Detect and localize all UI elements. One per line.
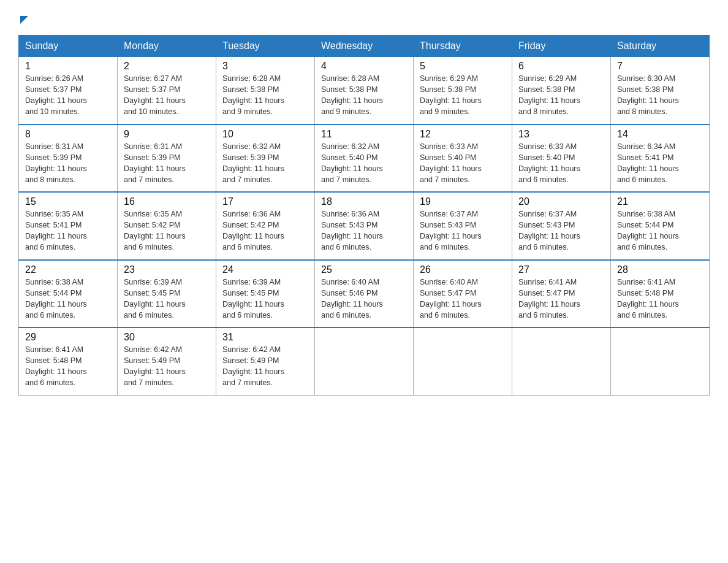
day-info: Sunrise: 6:28 AMSunset: 5:38 PMDaylight:… [321,73,407,118]
day-info: Sunrise: 6:28 AMSunset: 5:38 PMDaylight:… [222,73,308,118]
day-info: Sunrise: 6:41 AMSunset: 5:47 PMDaylight:… [518,277,604,321]
day-number: 2 [124,61,210,72]
day-number: 23 [124,264,210,275]
day-number: 3 [222,61,308,72]
day-info: Sunrise: 6:40 AMSunset: 5:47 PMDaylight:… [420,277,506,321]
day-info: Sunrise: 6:27 AMSunset: 5:37 PMDaylight:… [124,73,210,118]
calendar-day-cell: 31Sunrise: 6:42 AMSunset: 5:49 PMDayligh… [216,327,315,395]
calendar-day-cell: 18Sunrise: 6:36 AMSunset: 5:43 PMDayligh… [315,192,414,260]
day-info: Sunrise: 6:38 AMSunset: 5:44 PMDaylight:… [25,277,111,321]
day-number: 24 [222,264,308,275]
day-info: Sunrise: 6:32 AMSunset: 5:40 PMDaylight:… [321,141,407,186]
day-info: Sunrise: 6:37 AMSunset: 5:43 PMDaylight:… [420,209,506,253]
day-info: Sunrise: 6:35 AMSunset: 5:42 PMDaylight:… [124,209,210,253]
calendar-day-cell: 8Sunrise: 6:31 AMSunset: 5:39 PMDaylight… [19,124,118,193]
col-header-tuesday: Tuesday [216,36,315,57]
calendar-week-row: 1Sunrise: 6:26 AMSunset: 5:37 PMDaylight… [19,57,710,124]
col-header-sunday: Sunday [19,36,118,57]
day-number: 10 [222,129,308,140]
calendar-week-row: 29Sunrise: 6:41 AMSunset: 5:48 PMDayligh… [19,327,710,395]
day-number: 31 [222,332,308,343]
calendar-day-cell: 26Sunrise: 6:40 AMSunset: 5:47 PMDayligh… [414,260,512,328]
calendar-table: SundayMondayTuesdayWednesdayThursdayFrid… [18,35,710,396]
day-number: 29 [25,332,111,343]
calendar-day-cell: 16Sunrise: 6:35 AMSunset: 5:42 PMDayligh… [118,192,216,260]
day-number: 9 [124,129,210,140]
day-number: 14 [617,129,703,140]
day-number: 25 [321,264,407,275]
day-number: 16 [124,196,210,207]
day-number: 22 [25,264,111,275]
day-number: 4 [321,61,407,72]
calendar-day-cell [414,327,512,395]
calendar-day-cell: 1Sunrise: 6:26 AMSunset: 5:37 PMDaylight… [19,57,118,124]
calendar-day-cell: 21Sunrise: 6:38 AMSunset: 5:44 PMDayligh… [611,192,710,260]
col-header-monday: Monday [118,36,216,57]
day-info: Sunrise: 6:36 AMSunset: 5:42 PMDaylight:… [222,209,308,253]
calendar-day-cell: 28Sunrise: 6:41 AMSunset: 5:48 PMDayligh… [611,260,710,328]
calendar-day-cell: 13Sunrise: 6:33 AMSunset: 5:40 PMDayligh… [512,124,611,193]
calendar-day-cell: 29Sunrise: 6:41 AMSunset: 5:48 PMDayligh… [19,327,118,395]
day-info: Sunrise: 6:34 AMSunset: 5:41 PMDaylight:… [617,141,703,186]
calendar-day-cell: 19Sunrise: 6:37 AMSunset: 5:43 PMDayligh… [414,192,512,260]
day-number: 12 [420,129,506,140]
day-number: 1 [25,61,111,72]
day-info: Sunrise: 6:35 AMSunset: 5:41 PMDaylight:… [25,209,111,253]
calendar-day-cell: 30Sunrise: 6:42 AMSunset: 5:49 PMDayligh… [118,327,216,395]
calendar-day-cell: 25Sunrise: 6:40 AMSunset: 5:46 PMDayligh… [315,260,414,328]
day-number: 26 [420,264,506,275]
day-info: Sunrise: 6:41 AMSunset: 5:48 PMDaylight:… [617,277,703,321]
day-info: Sunrise: 6:33 AMSunset: 5:40 PMDaylight:… [420,141,506,186]
calendar-day-cell: 23Sunrise: 6:39 AMSunset: 5:45 PMDayligh… [118,260,216,328]
calendar-day-cell [611,327,710,395]
calendar-day-cell: 22Sunrise: 6:38 AMSunset: 5:44 PMDayligh… [19,260,118,328]
day-info: Sunrise: 6:31 AMSunset: 5:39 PMDaylight:… [25,141,111,186]
day-info: Sunrise: 6:39 AMSunset: 5:45 PMDaylight:… [222,277,308,321]
day-number: 21 [617,196,703,207]
calendar-day-cell: 7Sunrise: 6:30 AMSunset: 5:38 PMDaylight… [611,57,710,124]
day-header-row: SundayMondayTuesdayWednesdayThursdayFrid… [19,36,710,57]
calendar-day-cell: 9Sunrise: 6:31 AMSunset: 5:39 PMDaylight… [118,124,216,193]
calendar-day-cell: 11Sunrise: 6:32 AMSunset: 5:40 PMDayligh… [315,124,414,193]
col-header-wednesday: Wednesday [315,36,414,57]
calendar-day-cell: 6Sunrise: 6:29 AMSunset: 5:38 PMDaylight… [512,57,611,124]
calendar-week-row: 22Sunrise: 6:38 AMSunset: 5:44 PMDayligh… [19,260,710,328]
day-number: 27 [518,264,604,275]
day-info: Sunrise: 6:38 AMSunset: 5:44 PMDaylight:… [617,209,703,253]
col-header-saturday: Saturday [611,36,710,57]
calendar-day-cell: 10Sunrise: 6:32 AMSunset: 5:39 PMDayligh… [216,124,315,193]
day-info: Sunrise: 6:42 AMSunset: 5:49 PMDaylight:… [222,344,308,389]
calendar-day-cell: 24Sunrise: 6:39 AMSunset: 5:45 PMDayligh… [216,260,315,328]
col-header-thursday: Thursday [414,36,512,57]
calendar-day-cell: 4Sunrise: 6:28 AMSunset: 5:38 PMDaylight… [315,57,414,124]
day-number: 15 [25,196,111,207]
calendar-day-cell [512,327,611,395]
day-number: 13 [518,129,604,140]
day-number: 7 [617,61,703,72]
col-header-friday: Friday [512,36,611,57]
day-number: 19 [420,196,506,207]
day-info: Sunrise: 6:29 AMSunset: 5:38 PMDaylight:… [518,73,604,118]
calendar-day-cell: 2Sunrise: 6:27 AMSunset: 5:37 PMDaylight… [118,57,216,124]
calendar-day-cell: 12Sunrise: 6:33 AMSunset: 5:40 PMDayligh… [414,124,512,193]
day-info: Sunrise: 6:29 AMSunset: 5:38 PMDaylight:… [420,73,506,118]
logo [18,12,28,24]
day-info: Sunrise: 6:39 AMSunset: 5:45 PMDaylight:… [124,277,210,321]
day-number: 20 [518,196,604,207]
day-info: Sunrise: 6:33 AMSunset: 5:40 PMDaylight:… [518,141,604,186]
day-info: Sunrise: 6:32 AMSunset: 5:39 PMDaylight:… [222,141,308,186]
calendar-day-cell: 5Sunrise: 6:29 AMSunset: 5:38 PMDaylight… [414,57,512,124]
calendar-day-cell: 17Sunrise: 6:36 AMSunset: 5:42 PMDayligh… [216,192,315,260]
day-info: Sunrise: 6:41 AMSunset: 5:48 PMDaylight:… [25,344,111,389]
day-info: Sunrise: 6:31 AMSunset: 5:39 PMDaylight:… [124,141,210,186]
calendar-day-cell: 14Sunrise: 6:34 AMSunset: 5:41 PMDayligh… [611,124,710,193]
day-number: 18 [321,196,407,207]
day-number: 8 [25,129,111,140]
calendar-week-row: 8Sunrise: 6:31 AMSunset: 5:39 PMDaylight… [19,124,710,193]
page-header [18,12,710,24]
calendar-day-cell: 20Sunrise: 6:37 AMSunset: 5:43 PMDayligh… [512,192,611,260]
calendar-day-cell: 27Sunrise: 6:41 AMSunset: 5:47 PMDayligh… [512,260,611,328]
day-number: 6 [518,61,604,72]
day-info: Sunrise: 6:26 AMSunset: 5:37 PMDaylight:… [25,73,111,118]
day-number: 11 [321,129,407,140]
